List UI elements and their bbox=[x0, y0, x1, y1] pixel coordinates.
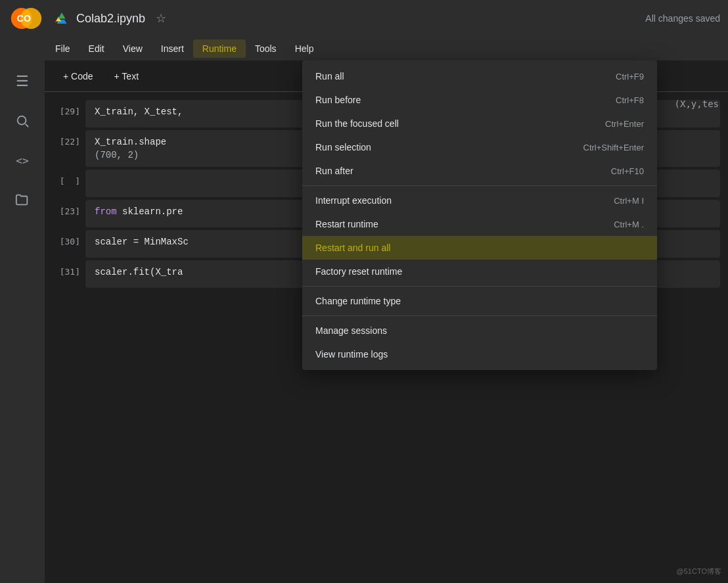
logo-svg: CO bbox=[10, 2, 43, 35]
cell-number-30: [30] bbox=[53, 230, 85, 246]
menu-item-runtime[interactable]: Runtime bbox=[193, 39, 246, 58]
topbar: CO Colab2.ipynb ☆ All changes saved bbox=[0, 0, 728, 37]
runtime-change-type[interactable]: Change runtime type bbox=[302, 289, 657, 313]
cell-number-empty: [ ] bbox=[53, 170, 85, 186]
runtime-run-selection-shortcut: Ctrl+Shift+Enter bbox=[583, 143, 645, 152]
runtime-restart[interactable]: Restart runtime Ctrl+M . bbox=[302, 212, 657, 236]
menu-bar: File Edit View Insert Runtime Tools Help bbox=[0, 37, 728, 60]
runtime-run-focused[interactable]: Run the focused cell Ctrl+Enter bbox=[302, 112, 657, 135]
runtime-view-logs[interactable]: View runtime logs bbox=[302, 342, 657, 366]
runtime-run-before-label: Run before bbox=[315, 95, 361, 105]
runtime-run-before-shortcut: Ctrl+F8 bbox=[616, 95, 644, 105]
runtime-manage-sessions[interactable]: Manage sessions bbox=[302, 319, 657, 342]
svg-line-4 bbox=[26, 124, 29, 128]
search-icon[interactable] bbox=[9, 108, 35, 134]
cell-number-29: [29] bbox=[53, 100, 85, 116]
runtime-run-before[interactable]: Run before Ctrl+F8 bbox=[302, 88, 657, 112]
add-code-button[interactable]: + Code bbox=[55, 67, 101, 85]
separator-3 bbox=[302, 315, 657, 316]
svg-text:CO: CO bbox=[17, 13, 31, 24]
cell-number-31: [31] bbox=[53, 260, 85, 277]
drive-icon bbox=[54, 11, 70, 26]
runtime-run-after-shortcut: Ctrl+F10 bbox=[611, 166, 644, 176]
menu-item-file[interactable]: File bbox=[46, 39, 80, 58]
runtime-interrupt-label: Interrupt execution bbox=[315, 195, 392, 206]
runtime-change-type-label: Change runtime type bbox=[315, 296, 401, 306]
runtime-run-all-label: Run all bbox=[315, 71, 344, 82]
runtime-view-logs-label: View runtime logs bbox=[315, 349, 388, 360]
runtime-run-selection[interactable]: Run selection Ctrl+Shift+Enter bbox=[302, 135, 657, 159]
runtime-run-after[interactable]: Run after Ctrl+F10 bbox=[302, 159, 657, 183]
runtime-interrupt-shortcut: Ctrl+M I bbox=[614, 196, 644, 206]
runtime-run-focused-label: Run the focused cell bbox=[315, 118, 399, 129]
runtime-restart-label: Restart runtime bbox=[315, 219, 378, 229]
cell-number-22: [22] bbox=[53, 130, 85, 147]
notebook-title[interactable]: Colab2.ipynb bbox=[76, 12, 145, 26]
sidebar: ☰ <> bbox=[0, 60, 45, 583]
menu-icon[interactable]: ☰ bbox=[9, 68, 35, 95]
runtime-manage-sessions-label: Manage sessions bbox=[315, 325, 387, 336]
runtime-run-after-label: Run after bbox=[315, 166, 353, 176]
folder-icon[interactable] bbox=[9, 187, 35, 213]
runtime-run-focused-shortcut: Ctrl+Enter bbox=[605, 119, 644, 129]
add-text-button[interactable]: + Text bbox=[106, 67, 147, 85]
menu-item-view[interactable]: View bbox=[114, 39, 152, 58]
colab-logo[interactable]: CO bbox=[8, 0, 45, 37]
runtime-restart-run-all[interactable]: Restart and run all bbox=[302, 236, 657, 260]
watermark: @51CTO博客 bbox=[677, 567, 721, 576]
svg-point-3 bbox=[18, 116, 26, 125]
runtime-restart-run-all-label: Restart and run all bbox=[315, 243, 390, 253]
runtime-restart-shortcut: Ctrl+M . bbox=[614, 220, 644, 229]
runtime-dropdown: Run all Ctrl+F9 Run before Ctrl+F8 Run t… bbox=[302, 60, 657, 370]
code-icon[interactable]: <> bbox=[9, 147, 35, 174]
runtime-factory-reset-label: Factory reset runtime bbox=[315, 266, 402, 277]
menu-item-edit[interactable]: Edit bbox=[80, 39, 114, 58]
star-icon[interactable]: ☆ bbox=[156, 11, 166, 26]
menu-item-tools[interactable]: Tools bbox=[246, 39, 286, 58]
separator-2 bbox=[302, 286, 657, 287]
runtime-run-all[interactable]: Run all Ctrl+F9 bbox=[302, 64, 657, 88]
runtime-interrupt[interactable]: Interrupt execution Ctrl+M I bbox=[302, 189, 657, 212]
runtime-run-selection-label: Run selection bbox=[315, 142, 371, 152]
separator-1 bbox=[302, 185, 657, 186]
save-status: All changes saved bbox=[645, 13, 720, 24]
runtime-factory-reset[interactable]: Factory reset runtime bbox=[302, 260, 657, 283]
runtime-run-all-shortcut: Ctrl+F9 bbox=[616, 72, 644, 82]
cell-number-23: [23] bbox=[53, 200, 85, 216]
menu-item-insert[interactable]: Insert bbox=[152, 39, 193, 58]
menu-item-help[interactable]: Help bbox=[286, 39, 323, 58]
